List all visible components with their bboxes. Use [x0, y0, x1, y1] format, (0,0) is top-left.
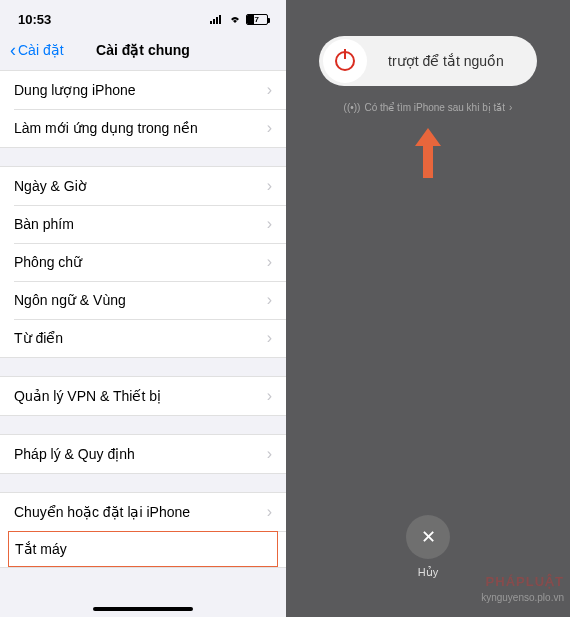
chevron-right-icon: › — [267, 329, 272, 347]
svg-rect-2 — [216, 17, 218, 24]
row-label: Chuyển hoặc đặt lại iPhone — [14, 504, 190, 520]
battery-icon: 37 — [246, 14, 268, 25]
find-iphone-hint[interactable]: ((•)) Có thể tìm iPhone sau khi bị tắt › — [286, 102, 570, 113]
annotation-arrow — [413, 128, 443, 182]
row-fonts[interactable]: Phông chữ › — [0, 243, 286, 281]
chevron-right-icon: › — [267, 291, 272, 309]
chevron-right-icon: › — [267, 81, 272, 99]
back-label: Cài đặt — [18, 42, 64, 58]
status-bar: 10:53 37 — [0, 0, 286, 30]
home-indicator — [93, 607, 193, 611]
row-label: Ngôn ngữ & Vùng — [14, 292, 126, 308]
row-date-time[interactable]: Ngày & Giờ › — [0, 167, 286, 205]
chevron-right-icon: › — [267, 253, 272, 271]
row-label: Tắt máy — [15, 541, 67, 557]
slider-label: trượt để tắt nguồn — [367, 53, 533, 69]
power-knob[interactable] — [323, 39, 367, 83]
row-label: Pháp lý & Quy định — [14, 446, 135, 462]
watermark-sub: kynguyenso.plo.vn — [481, 592, 564, 603]
settings-group-vpn: Quản lý VPN & Thiết bị › — [0, 376, 286, 416]
row-background-refresh[interactable]: Làm mới ứng dụng trong nền › — [0, 109, 286, 147]
svg-rect-3 — [219, 15, 221, 24]
page-title: Cài đặt chung — [96, 42, 190, 58]
settings-group-reset: Chuyển hoặc đặt lại iPhone › Tắt máy — [0, 492, 286, 568]
settings-group-storage: Dung lượng iPhone › Làm mới ứng dụng tro… — [0, 70, 286, 148]
nav-header: ‹ Cài đặt Cài đặt chung — [0, 30, 286, 70]
row-label: Quản lý VPN & Thiết bị — [14, 388, 161, 404]
row-label: Bàn phím — [14, 216, 74, 232]
cancel-button[interactable]: ✕ — [406, 515, 450, 559]
row-vpn-device[interactable]: Quản lý VPN & Thiết bị › — [0, 377, 286, 415]
chevron-left-icon: ‹ — [10, 41, 16, 59]
signal-icon — [210, 12, 224, 27]
row-transfer-reset[interactable]: Chuyển hoặc đặt lại iPhone › — [0, 493, 286, 531]
row-label: Ngày & Giờ — [14, 178, 87, 194]
svg-rect-1 — [213, 19, 215, 24]
find-label: Có thể tìm iPhone sau khi bị tắt — [364, 102, 505, 113]
close-icon: ✕ — [421, 526, 436, 548]
row-language-region[interactable]: Ngôn ngữ & Vùng › — [0, 281, 286, 319]
shutdown-panel: trượt để tắt nguồn ((•)) Có thể tìm iPho… — [286, 0, 570, 617]
chevron-right-icon: › — [509, 102, 512, 113]
row-legal[interactable]: Pháp lý & Quy định › — [0, 435, 286, 473]
broadcast-icon: ((•)) — [344, 102, 361, 113]
back-button[interactable]: ‹ Cài đặt — [10, 41, 64, 59]
chevron-right-icon: › — [267, 445, 272, 463]
settings-group-locale: Ngày & Giờ › Bàn phím › Phông chữ › Ngôn… — [0, 166, 286, 358]
chevron-right-icon: › — [267, 215, 272, 233]
svg-rect-0 — [210, 21, 212, 24]
row-shut-down[interactable]: Tắt máy — [8, 531, 278, 567]
wifi-icon — [228, 12, 242, 27]
row-iphone-storage[interactable]: Dung lượng iPhone › — [0, 71, 286, 109]
power-slider[interactable]: trượt để tắt nguồn — [319, 36, 537, 86]
row-dictionary[interactable]: Từ điển › — [0, 319, 286, 357]
chevron-right-icon: › — [267, 119, 272, 137]
row-label: Từ điển — [14, 330, 63, 346]
row-keyboard[interactable]: Bàn phím › — [0, 205, 286, 243]
chevron-right-icon: › — [267, 177, 272, 195]
chevron-right-icon: › — [267, 503, 272, 521]
row-label: Dung lượng iPhone — [14, 82, 136, 98]
chevron-right-icon: › — [267, 387, 272, 405]
row-label: Làm mới ứng dụng trong nền — [14, 120, 198, 136]
watermark: PHÁPLUẬT — [486, 574, 564, 589]
settings-panel: 10:53 37 ‹ Cài đặt Cài đặt chung Dung lư… — [0, 0, 286, 617]
status-icons: 37 — [210, 12, 268, 27]
settings-group-legal: Pháp lý & Quy định › — [0, 434, 286, 474]
status-time: 10:53 — [18, 12, 51, 27]
power-icon — [335, 51, 355, 71]
row-label: Phông chữ — [14, 254, 82, 270]
